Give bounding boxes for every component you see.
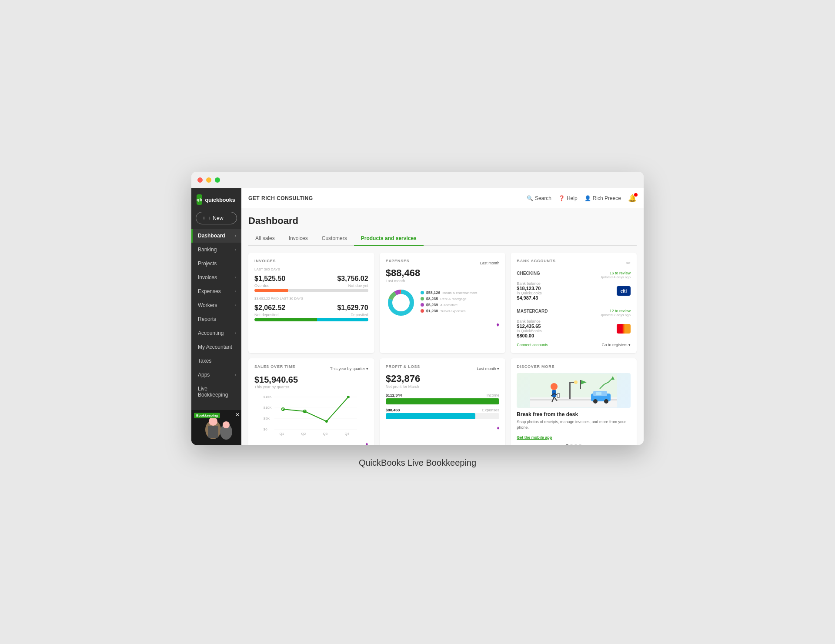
checking-qb-balance: $4,987.43 <box>517 295 542 300</box>
connect-accounts-link[interactable]: Connect accounts <box>517 343 548 347</box>
notdue-label: Not due yet <box>348 284 368 288</box>
sales-diamond-icon: ♦ <box>366 441 368 445</box>
legend-item: $5,239Automotive <box>421 303 500 307</box>
discover-cta[interactable]: Get the mobile app <box>517 435 552 440</box>
notifications-button[interactable]: 🔔 <box>628 194 637 202</box>
svg-text:Q1: Q1 <box>279 432 284 436</box>
dot-2[interactable] <box>570 444 573 445</box>
maximize-btn[interactable] <box>215 177 220 183</box>
legend-color-dot <box>421 297 424 300</box>
dot-4[interactable] <box>579 444 581 445</box>
legend-color-dot <box>421 309 424 313</box>
new-label: + New <box>208 215 223 221</box>
svg-point-33 <box>551 383 558 390</box>
bank-footer: Connect accounts Go to registers ▾ <box>517 343 631 347</box>
income-bar-fill <box>386 398 500 404</box>
sidebar-item-reports[interactable]: Reports <box>191 312 241 326</box>
new-button[interactable]: ＋ + New <box>196 212 237 224</box>
discover-illustration <box>517 373 631 408</box>
top-bar-actions: 🔍 Search ❓ Help 👤 Rich Preece 🔔 <box>527 194 637 202</box>
pl-period[interactable]: Last month ▾ <box>477 367 499 371</box>
svg-rect-3 <box>208 426 218 438</box>
main-content: GET RICH CONSULTING 🔍 Search ❓ Help 👤 Ri… <box>241 188 644 445</box>
mastercard-section: MASTERCARD 12 to review Updated 2 days a… <box>517 309 631 338</box>
expenses-donut <box>386 287 416 318</box>
legend-category: Travel expenses <box>440 309 465 313</box>
sidebar-item-invoices[interactable]: Invoices› <box>191 270 241 284</box>
tab-products-and-services[interactable]: Products and services <box>354 232 424 246</box>
close-btn[interactable] <box>197 177 203 183</box>
sidebar-item-projects[interactable]: Projects <box>191 257 241 270</box>
sidebar-item-accounting[interactable]: Accounting› <box>191 326 241 340</box>
sidebar-item-workers[interactable]: Workers› <box>191 298 241 312</box>
legend-color-dot <box>421 303 424 307</box>
minimize-btn[interactable] <box>206 177 211 183</box>
discover-pagination <box>517 444 631 445</box>
dot-1[interactable] <box>566 444 568 445</box>
go-registers-link[interactable]: Go to registers ▾ <box>601 343 631 347</box>
expenses-donut-area: $58,126Meals & entertainment$8,235Rent &… <box>386 287 500 318</box>
sidebar-item-apps[interactable]: Apps› <box>191 368 241 382</box>
expenses-card: EXPENSES Last month $88,468 Last month <box>380 253 506 353</box>
svg-point-21 <box>325 420 328 423</box>
dot-3[interactable] <box>574 444 577 445</box>
mastercard-review-link[interactable]: 12 to review <box>599 309 631 313</box>
mc-bank-balance: $12,435.65 <box>517 324 542 329</box>
pl-card: PROFIT & LOSS Last month ▾ $23,876 Net p… <box>380 358 506 445</box>
search-button[interactable]: 🔍 Search <box>527 195 551 201</box>
mastercard-name: MASTERCARD <box>517 309 548 314</box>
legend-item: $1,238Travel expenses <box>421 309 500 313</box>
deposited-label: Deposited <box>351 313 368 317</box>
discover-description: Snap photos of receipts, manage invoices… <box>517 419 631 430</box>
page-title: Dashboard <box>248 215 637 227</box>
legend-item: $58,126Meals & entertainment <box>421 290 500 295</box>
sidebar-logo: qb quickbooks <box>191 188 241 209</box>
checking-review-link[interactable]: 16 to review <box>599 271 631 275</box>
pl-amount: $23,876 <box>386 373 500 384</box>
svg-text:$10K: $10K <box>264 406 272 410</box>
legend-item: $8,235Rent & mortgage <box>421 297 500 301</box>
not-deposited-amount: $2,062.52 <box>254 304 285 312</box>
nav-label: Banking <box>198 247 217 253</box>
sidebar-item-taxes[interactable]: Taxes <box>191 354 241 368</box>
tab-invoices[interactable]: Invoices <box>282 232 315 246</box>
close-icon[interactable]: ✕ <box>235 412 240 418</box>
invoices-card: INVOICES LAST 365 DAYS $1,525.50 $3,756.… <box>248 253 374 353</box>
svg-rect-30 <box>569 382 571 399</box>
bank-edit-icon[interactable]: ✏ <box>626 260 631 266</box>
help-button[interactable]: ❓ Help <box>558 195 578 201</box>
tab-customers[interactable]: Customers <box>315 232 354 246</box>
sidebar-item-live-bookkeeping[interactable]: Live Bookkeeping <box>191 382 241 402</box>
tab-all-sales[interactable]: All sales <box>248 232 282 246</box>
nav-label: Reports <box>198 316 216 322</box>
user-menu[interactable]: 👤 Rich Preece <box>584 195 621 201</box>
sidebar-item-my-accountant[interactable]: My Accountant <box>191 340 241 354</box>
expenses-period[interactable]: Last month <box>480 261 500 265</box>
overdue-label: Overdue <box>254 284 270 288</box>
sidebar-item-banking[interactable]: Banking› <box>191 243 241 257</box>
overdue-bar <box>254 289 288 292</box>
live-bookkeeping-thumb[interactable]: Bookkeeping ✕ <box>191 410 241 445</box>
dashboard-tabs: All salesInvoicesCustomersProducts and s… <box>248 232 637 246</box>
legend-category: Rent & mortgage <box>440 297 466 301</box>
bank-header: BANK ACCOUNTS ✏ <box>517 259 631 267</box>
chevron-right-icon: › <box>235 234 236 238</box>
legend-category: Automotive <box>440 303 458 307</box>
sales-chart: $15K $10K $5K $0 <box>254 394 368 437</box>
mastercard-updated: Updated 2 days ago <box>599 313 631 317</box>
expenses-header: EXPENSES Last month <box>386 259 500 267</box>
legend-amount: $58,126 <box>426 290 441 295</box>
sidebar-item-expenses[interactable]: Expenses› <box>191 284 241 298</box>
discover-headline: Break free from the desk <box>517 411 631 417</box>
search-icon: 🔍 <box>527 195 533 201</box>
mac-window: qb quickbooks ＋ + New Dashboard›Banking›… <box>191 172 644 445</box>
chevron-right-icon: › <box>235 289 236 294</box>
username: Rich Preece <box>593 195 621 201</box>
legend-color-dot <box>421 291 424 294</box>
sales-title: SALES OVER TIME <box>254 364 295 369</box>
sidebar-item-dashboard[interactable]: Dashboard› <box>191 229 241 243</box>
expenses-sub: Last month <box>386 279 500 283</box>
expenses-amount: $88,468 <box>386 267 500 279</box>
sales-filter[interactable]: This year by quarter ▾ <box>330 367 368 371</box>
app-body: qb quickbooks ＋ + New Dashboard›Banking›… <box>191 188 644 445</box>
